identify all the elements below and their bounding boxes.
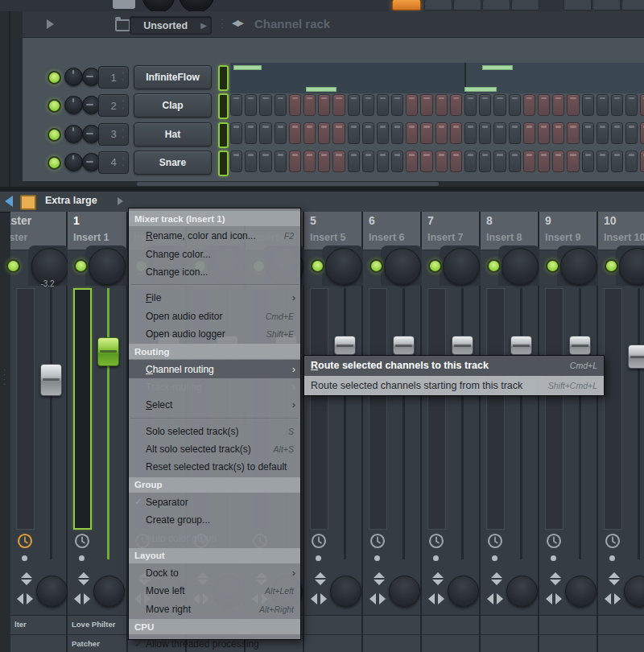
record-dot[interactable] [492,555,497,561]
number-spinner-icon[interactable]: ›‹ [121,69,126,84]
channel-name-button[interactable]: Clap [134,93,212,118]
arrow-right-icon[interactable] [614,593,621,605]
track-pan-knob[interactable] [560,248,597,285]
mixer-track[interactable]: 9Insert 9 [539,212,598,652]
step-button[interactable] [625,122,638,144]
swap-arrows[interactable] [487,572,506,608]
plugin-slot[interactable]: Love Philter [68,615,126,634]
channel-number-box[interactable]: 1›‹ [98,66,129,89]
record-dot[interactable] [79,555,85,561]
channel-number-box[interactable]: 2›‹ [98,94,129,117]
fader-handle[interactable] [628,345,644,369]
step-button[interactable] [436,122,448,144]
step-button[interactable] [509,151,521,172]
menu-item[interactable]: Select› [129,396,300,414]
step-button[interactable] [303,151,316,172]
menu-item[interactable]: Change icon... [129,263,300,281]
step-button[interactable] [245,122,257,144]
step-button[interactable] [582,122,594,144]
menu-item[interactable]: Open audio loggerShift+E [129,325,300,343]
step-button[interactable] [611,122,623,144]
menu-item[interactable]: Solo selected track(s)S [129,423,300,440]
step-button[interactable] [523,94,535,116]
fader-track[interactable] [50,288,52,559]
clock-icon[interactable] [428,533,444,549]
step-button[interactable] [597,94,609,116]
channel-pan-knob[interactable] [64,96,83,114]
step-button[interactable] [509,122,521,144]
arrow-down-icon[interactable] [550,580,561,585]
swap-arrows[interactable] [428,572,448,608]
step-button[interactable] [552,151,564,172]
toolbar-button[interactable] [424,0,452,10]
menu-item[interactable]: Reset selected track(s) to default [129,458,300,476]
fader-handle[interactable] [393,336,415,355]
step-button[interactable] [348,94,360,116]
step-button[interactable] [625,151,638,172]
swap-arrows[interactable] [605,572,624,608]
fader-track[interactable] [520,288,522,559]
arrow-up-icon[interactable] [78,572,89,578]
step-button[interactable] [391,151,403,172]
step-button[interactable] [611,94,623,116]
step-button[interactable] [538,122,550,144]
step-button[interactable] [362,151,374,172]
toolbar-button-active[interactable] [392,0,421,10]
record-dot[interactable] [22,555,27,561]
step-button[interactable] [493,151,506,172]
channel-name-button[interactable]: InfiniteFlow [134,65,212,89]
track-pan-knob[interactable] [89,248,126,285]
step-button[interactable] [464,151,477,172]
channel-pan-knob[interactable] [64,68,83,86]
clock-icon[interactable] [74,533,90,549]
arrow-right-icon[interactable] [555,593,562,605]
mixer-track[interactable]: 8Insert 8 [481,212,539,652]
track-led[interactable] [546,259,559,273]
clock-icon[interactable] [487,533,503,549]
mixer-track-header[interactable]: 7Insert 7 [422,212,479,250]
plugin-slot[interactable] [539,615,597,634]
step-button[interactable] [259,151,271,172]
toolbar-button[interactable] [564,0,592,10]
stereo-sep-knob[interactable] [624,576,644,607]
step-button[interactable] [377,94,389,116]
arrow-left-icon[interactable] [369,593,376,605]
step-button[interactable] [275,151,287,172]
mixer-track[interactable]: 7Insert 7 [422,212,481,652]
step-button[interactable] [640,151,644,172]
fader-handle[interactable] [569,336,591,355]
plugin-slot[interactable] [304,615,361,634]
stereo-sep-knob[interactable] [565,576,597,607]
submenu-item[interactable]: Route selected channels to this trackCmd… [304,356,604,376]
step-button[interactable] [332,151,345,172]
fader-track[interactable] [461,288,464,559]
step-button[interactable] [509,94,521,116]
record-dot[interactable] [433,555,439,561]
swap-arrows[interactable] [311,572,330,608]
track-led[interactable] [605,259,618,273]
channel-select-strip[interactable] [218,65,229,91]
track-pan-knob[interactable] [443,248,480,285]
step-button[interactable] [640,122,644,144]
mixer-track-header[interactable]: MasterMaster [10,212,66,250]
rack-scrollbar-handle[interactable] [137,182,439,186]
step-button[interactable] [391,122,403,144]
arrow-left-icon[interactable] [74,593,80,605]
step-button[interactable] [303,94,316,116]
arrow-right-icon[interactable] [27,593,33,605]
mixer-size-label[interactable]: Extra large [45,195,97,206]
menu-item[interactable]: ✓Separator [129,493,300,511]
step-button[interactable] [450,151,462,172]
step-button[interactable] [450,94,462,116]
arrow-right-icon[interactable] [379,593,386,605]
collapse-arrow-icon[interactable] [47,19,54,29]
mixer-view-icon[interactable] [20,195,36,210]
channel-select-strip[interactable] [218,122,229,148]
swap-arrows[interactable] [74,572,93,608]
step-button[interactable] [362,94,374,116]
mixer-track[interactable]: 10Insert 10 [598,212,644,652]
step-button[interactable] [275,94,287,116]
step-button[interactable] [245,151,257,172]
step-button[interactable] [245,94,257,116]
fader-handle[interactable] [510,336,532,355]
